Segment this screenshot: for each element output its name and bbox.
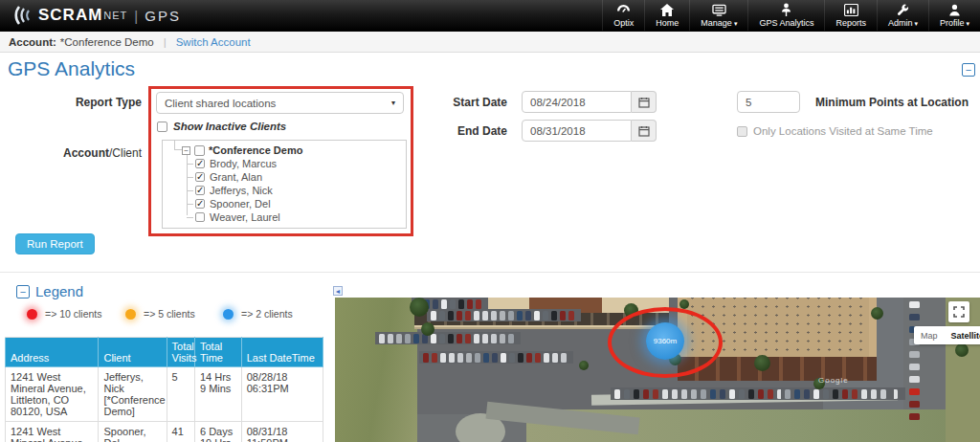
satellite-map[interactable]: 9360m Map Satellite Google (335, 298, 980, 442)
nav-item-admin[interactable]: Admin▾ (877, 0, 928, 31)
chevron-down-icon: ▾ (914, 20, 918, 27)
nav-item-home[interactable]: Home (644, 0, 689, 31)
start-date-input[interactable]: 08/24/2018 (522, 91, 632, 113)
client-name: Jefferys, Nick (210, 185, 273, 196)
chart-icon (844, 4, 858, 16)
legend-dot-icon (223, 309, 234, 320)
map-type-map-button[interactable]: Map (914, 326, 945, 344)
tree-root-row: − *Conference Demo (172, 144, 406, 157)
legend-label: => 10 clients (45, 308, 102, 320)
legend-item: => 5 clients (125, 308, 195, 320)
column-header[interactable]: Client (99, 338, 167, 367)
end-date-calendar-button[interactable] (632, 120, 657, 142)
report-type-value: Client shared locations (165, 98, 276, 109)
home-icon (660, 4, 674, 16)
same-time-checkbox[interactable] (737, 126, 747, 137)
nav-item-label: Reports (835, 18, 866, 28)
legend-label: => 5 clients (144, 308, 195, 320)
nav-item-manage[interactable]: Manage▾ (689, 0, 747, 31)
tree-client-row: Brody, Marcus (187, 157, 406, 170)
column-header[interactable]: Last DateTime (241, 338, 323, 367)
account-value: *Conference Demo (60, 36, 154, 48)
tree-client-list: Brody, MarcusGrant, AlanJefferys, NickSp… (187, 157, 406, 224)
legend-item: => 2 clients (223, 308, 293, 320)
nav-item-gps-analytics[interactable]: GPS Analytics (747, 0, 824, 31)
nav-item-optix[interactable]: Optix (602, 0, 644, 31)
table-cell: 08/31/18 11:59PM (241, 422, 323, 442)
wrench-icon (897, 4, 909, 16)
map-type-control: Map Satellite (914, 326, 980, 344)
tree-client-row: Jefferys, Nick (187, 184, 406, 197)
client-checkbox[interactable] (195, 172, 205, 182)
min-points-input[interactable]: 5 (737, 91, 800, 113)
column-header[interactable]: Total Time (194, 338, 241, 367)
select-caret-icon: ▾ (391, 99, 395, 107)
account-bar: Account: *Conference Demo | Switch Accou… (0, 32, 980, 53)
client-name: Brody, Marcus (210, 158, 277, 169)
table-cell: Jefferys, Nick [*Conference Demo] (99, 367, 167, 422)
table-cell: 1241 West Mineral Avenue, Littleton, CO … (6, 367, 99, 422)
legend-dot-icon (125, 309, 136, 320)
calendar-icon (638, 125, 650, 137)
start-date-label: Start Date (440, 96, 507, 109)
start-date-calendar-button[interactable] (632, 91, 657, 113)
same-time-row: Only Locations Visited at Same Time (737, 125, 933, 137)
report-type-select[interactable]: Client shared locations ▾ (156, 92, 404, 114)
client-name: Spooner, Del (210, 198, 271, 210)
client-name: Grant, Alan (210, 171, 262, 183)
person-pin-icon (780, 3, 792, 16)
fullscreen-button[interactable] (948, 301, 969, 322)
legend-title: Legend (35, 283, 83, 299)
report-type-label: Report Type (38, 96, 142, 109)
chevron-down-icon: ▾ (966, 20, 969, 27)
nav-item-label: GPS Analytics (759, 18, 813, 28)
end-date-group: 08/31/2018 (522, 120, 657, 142)
scramnet-gps-logo[interactable]: SCRAM NET | GPS (10, 5, 181, 26)
show-inactive-checkbox[interactable] (157, 122, 167, 132)
tree-collapse-icon[interactable]: − (182, 146, 190, 155)
brand-divider: | (134, 8, 138, 24)
fullscreen-icon (953, 306, 965, 318)
table-cell: 5 (167, 367, 194, 422)
legend-collapse-icon[interactable]: − (16, 285, 30, 298)
switch-account-link[interactable]: Switch Account (176, 36, 251, 48)
brand-net: NET (103, 10, 127, 21)
column-header[interactable]: Total Visits (167, 338, 194, 367)
column-header[interactable]: Address (6, 338, 99, 367)
gauge-icon (616, 4, 631, 16)
client-checkbox[interactable] (195, 199, 205, 209)
map-collapse-icon[interactable]: ◄ (333, 286, 343, 296)
end-date-label: End Date (440, 124, 507, 138)
tree-client-row: Spooner, Del (187, 197, 406, 210)
calendar-icon (638, 97, 650, 108)
run-report-button[interactable]: Run Report (15, 233, 95, 254)
end-date-input[interactable]: 08/31/2018 (522, 120, 632, 142)
top-navbar: SCRAM NET | GPS OptixHomeManage▾GPS Anal… (0, 0, 980, 32)
tree-client-row: Weaver, Laurel (187, 210, 406, 224)
account-client-tree: − *Conference Demo Brody, MarcusGrant, A… (162, 140, 407, 229)
client-checkbox[interactable] (195, 186, 205, 195)
results-table-header-row: AddressClientTotal VisitsTotal TimeLast … (6, 338, 323, 367)
account-label: Account: (9, 36, 56, 48)
table-row: 1241 West Mineral Avenue, Littleton, CO … (6, 422, 323, 442)
show-inactive-label: Show Inactive Clients (173, 121, 286, 132)
table-cell: 6 Days 19 Hrs 58 Mins (194, 422, 241, 442)
panel-collapse-icon[interactable]: − (962, 63, 975, 77)
start-date-group: 08/24/2018 (522, 91, 657, 113)
annotation-red-circle (608, 307, 723, 378)
user-icon (948, 4, 961, 16)
tree-root-checkbox[interactable] (194, 145, 205, 156)
nav-item-label: Manage▾ (701, 18, 737, 28)
client-checkbox[interactable] (195, 212, 205, 222)
legend-label: => 2 clients (241, 308, 293, 320)
brand-gps: GPS (145, 8, 181, 24)
section-divider (0, 272, 980, 273)
client-checkbox[interactable] (195, 159, 205, 168)
navbar-menu: OptixHomeManage▾GPS AnalyticsReportsAdmi… (602, 0, 980, 31)
client-name: Weaver, Laurel (210, 211, 280, 223)
monitor-icon (712, 4, 726, 16)
nav-item-profile[interactable]: Profile▾ (928, 0, 980, 31)
nav-item-reports[interactable]: Reports (824, 0, 877, 31)
tree-client-row: Grant, Alan (187, 170, 406, 184)
map-type-satellite-button[interactable]: Satellite (945, 326, 980, 344)
